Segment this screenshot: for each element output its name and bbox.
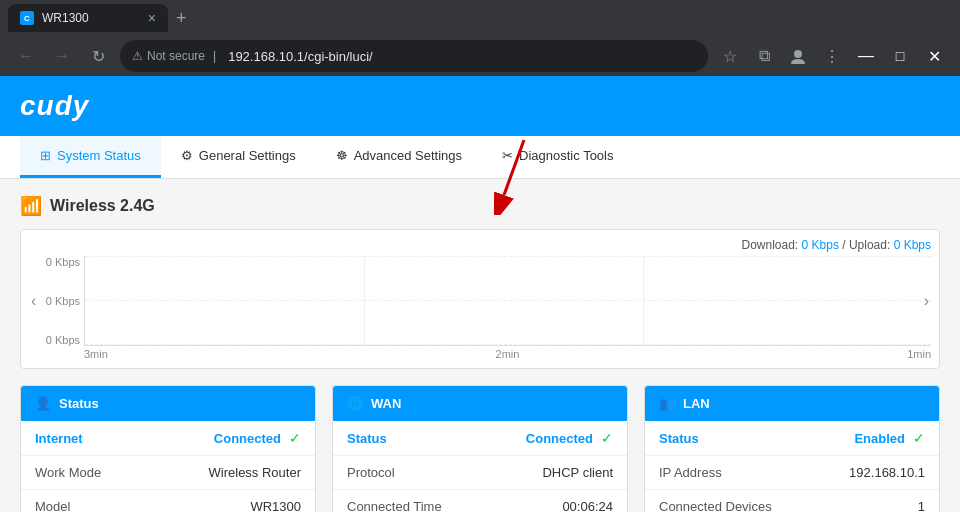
chart-grid	[85, 256, 931, 345]
workmode-row: Work Mode Wireless Router	[21, 456, 315, 490]
x-label-2min: 2min	[496, 348, 520, 360]
ip-address-row: IP Address 192.168.10.1	[645, 456, 939, 490]
minimize-button[interactable]: ―	[852, 42, 880, 70]
chart-body: 0 Kbps 0 Kbps 0 Kbps	[29, 256, 931, 346]
workmode-value: Wireless Router	[209, 465, 301, 480]
y-label-mid: 0 Kbps	[29, 295, 80, 307]
diagnostic-tools-icon: ✂	[502, 148, 513, 163]
restore-button[interactable]: □	[886, 42, 914, 70]
model-key: Model	[35, 499, 250, 512]
internet-value: Connected	[214, 431, 281, 446]
status-internet-row: Internet Connected ✓	[21, 421, 315, 456]
lan-card-icon: 👥	[659, 396, 675, 411]
connected-devices-key: Connected Devices	[659, 499, 918, 512]
not-secure-indicator: ⚠ Not secure |	[132, 49, 220, 63]
separator: /	[842, 238, 849, 252]
wan-card-title: WAN	[371, 396, 401, 411]
advanced-settings-icon: ☸	[336, 148, 348, 163]
lock-icon: ⚠	[132, 49, 143, 63]
model-value: WR1300	[250, 499, 301, 512]
wan-check-icon: ✓	[601, 430, 613, 446]
download-value: 0 Kbps	[802, 238, 839, 252]
status-card-header: 👤 Status	[21, 386, 315, 421]
tab-favicon: C	[20, 11, 34, 25]
browser-tab[interactable]: C WR1300 ×	[8, 4, 168, 32]
ip-address-value: 192.168.10.1	[849, 465, 925, 480]
chart-x-labels: 3min 2min 1min	[29, 348, 931, 360]
content-area: 📶 Wireless 2.4G Download: 0 Kbps / Uploa…	[0, 179, 960, 512]
browser-actions: ☆ ⧉ ⋮ ― □ ✕	[716, 42, 948, 70]
nav-tabs: ⊞ System Status ⚙ General Settings ☸ Adv…	[0, 136, 960, 179]
protocol-row: Protocol DHCP client	[333, 456, 627, 490]
upload-label: Upload:	[849, 238, 890, 252]
lan-card-header: 👥 LAN	[645, 386, 939, 421]
download-label: Download:	[742, 238, 799, 252]
connected-devices-value: 1	[918, 499, 925, 512]
y-label-top: 0 Kbps	[29, 256, 80, 268]
grid-line-2	[85, 300, 931, 301]
tab-system-status-label: System Status	[57, 148, 141, 163]
status-card-title: Status	[59, 396, 99, 411]
section-title: 📶 Wireless 2.4G	[20, 195, 940, 217]
workmode-key: Work Mode	[35, 465, 209, 480]
protocol-value: DHCP client	[542, 465, 613, 480]
tab-general-settings[interactable]: ⚙ General Settings	[161, 136, 316, 178]
profile-icon	[789, 47, 807, 65]
page-wrapper: C WR1300 × + ← → ↻ ⚠ Not secure | 192.16…	[0, 0, 960, 512]
wan-card: 🌐 WAN Status Connected ✓ Protocol DHCP c…	[332, 385, 628, 512]
tab-system-status[interactable]: ⊞ System Status	[20, 136, 161, 178]
chart-header: Download: 0 Kbps / Upload: 0 Kbps	[29, 238, 931, 252]
address-bar[interactable]: ⚠ Not secure | 192.168.10.1/cgi-bin/luci…	[120, 40, 708, 72]
lan-card-body: Status Enabled ✓ IP Address 192.168.10.1…	[645, 421, 939, 512]
wan-status-row: Status Connected ✓	[333, 421, 627, 456]
tab-close-button[interactable]: ×	[148, 11, 156, 25]
system-status-icon: ⊞	[40, 148, 51, 163]
status-card-icon: 👤	[35, 396, 51, 411]
internet-key: Internet	[35, 431, 214, 446]
new-tab-button[interactable]: +	[172, 8, 191, 29]
browser-chrome: C WR1300 × + ← → ↻ ⚠ Not secure | 192.16…	[0, 0, 960, 76]
tab-diagnostic-tools-label: Diagnostic Tools	[519, 148, 613, 163]
tab-bar: C WR1300 × +	[0, 0, 960, 36]
connected-devices-row: Connected Devices 1	[645, 490, 939, 512]
protocol-key: Protocol	[347, 465, 542, 480]
wan-card-icon: 🌐	[347, 396, 363, 411]
extensions-button[interactable]: ⧉	[750, 42, 778, 70]
chart-next-button[interactable]: ›	[924, 292, 929, 310]
close-button[interactable]: ✕	[920, 42, 948, 70]
tab-advanced-settings[interactable]: ☸ Advanced Settings	[316, 136, 482, 178]
reload-button[interactable]: ↻	[84, 42, 112, 70]
lan-status-row: Status Enabled ✓	[645, 421, 939, 456]
tab-diagnostic-tools[interactable]: ✂ Diagnostic Tools	[482, 136, 633, 178]
wan-status-key: Status	[347, 431, 526, 446]
url-text: 192.168.10.1/cgi-bin/luci/	[228, 49, 373, 64]
cudy-logo: cudy	[20, 90, 89, 122]
y-label-bot: 0 Kbps	[29, 334, 80, 346]
chart-wrapper: ‹ 0 Kbps 0 Kbps 0 Kbps	[29, 256, 931, 346]
tab-advanced-settings-label: Advanced Settings	[354, 148, 462, 163]
forward-button[interactable]: →	[48, 42, 76, 70]
chart-canvas	[84, 256, 931, 346]
general-settings-icon: ⚙	[181, 148, 193, 163]
grid-vline-2	[643, 256, 644, 345]
tab-title: WR1300	[42, 11, 89, 25]
lan-check-icon: ✓	[913, 430, 925, 446]
tab-general-settings-label: General Settings	[199, 148, 296, 163]
lan-card: 👥 LAN Status Enabled ✓ IP Address 192.16…	[644, 385, 940, 512]
connected-time-value: 00:06:24	[562, 499, 613, 512]
status-card: 👤 Status Internet Connected ✓ Work Mode …	[20, 385, 316, 512]
wan-status-value: Connected	[526, 431, 593, 446]
profile-button[interactable]	[784, 42, 812, 70]
upload-value: 0 Kbps	[894, 238, 931, 252]
bandwidth-chart: Download: 0 Kbps / Upload: 0 Kbps ‹ 0 Kb…	[20, 229, 940, 369]
grid-line-1	[85, 256, 931, 257]
menu-button[interactable]: ⋮	[818, 42, 846, 70]
url-separator: |	[213, 49, 216, 63]
back-button[interactable]: ←	[12, 42, 40, 70]
not-secure-label: Not secure	[147, 49, 205, 63]
svg-point-0	[794, 50, 802, 58]
connected-time-row: Connected Time 00:06:24	[333, 490, 627, 512]
ip-address-key: IP Address	[659, 465, 849, 480]
lan-card-title: LAN	[683, 396, 710, 411]
bookmark-star-button[interactable]: ☆	[716, 42, 744, 70]
